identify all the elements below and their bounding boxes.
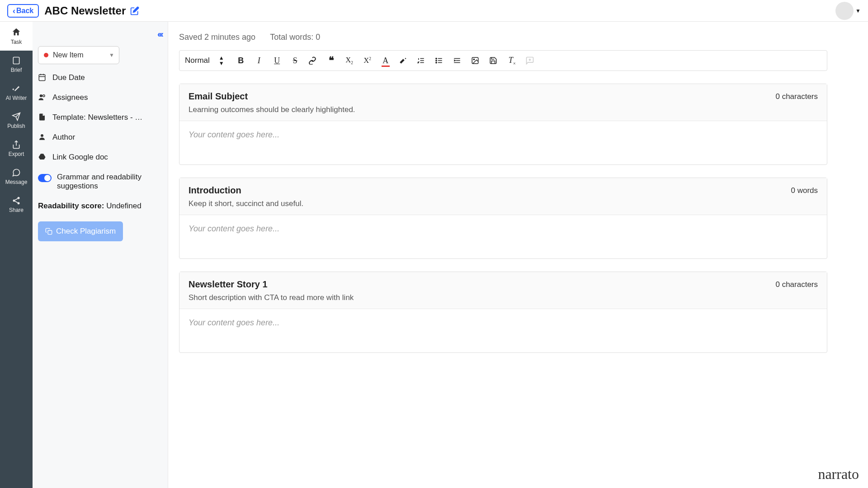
italic-button[interactable]: I: [254, 56, 264, 66]
nav-label: AI Writer: [6, 95, 27, 101]
link-gdoc-label: Link Google doc: [52, 153, 108, 162]
readability-score: Readability score: Undefined: [38, 202, 162, 211]
bold-button[interactable]: B: [236, 56, 246, 66]
subscript-button[interactable]: X2: [344, 56, 354, 65]
editor-meta: Saved 2 minutes ago Total words: 0: [179, 33, 827, 42]
check-plagiarism-button[interactable]: Check Plagiarism: [38, 221, 123, 241]
highlight-button[interactable]: [399, 56, 409, 65]
author-label: Author: [52, 133, 75, 142]
svg-point-10: [436, 60, 437, 61]
nav-ai-writer[interactable]: AI Writer: [0, 79, 33, 107]
svg-point-11: [436, 62, 437, 63]
user-icon: [38, 133, 47, 141]
svg-point-2: [13, 200, 15, 202]
nav-rail: Task Brief AI Writer Publish Export: [0, 22, 33, 488]
author-row[interactable]: Author: [38, 133, 162, 142]
brand-logo: narrato: [818, 466, 859, 483]
user-menu-caret-icon[interactable]: ▼: [855, 8, 861, 14]
strikethrough-button[interactable]: S: [290, 56, 300, 66]
plagiarism-label: Check Plagiarism: [56, 227, 116, 236]
editor-toolbar: Normal ▲▼ B I U S ❝ X2 X2 A: [179, 50, 827, 71]
block-content-input[interactable]: Your content goes here...: [179, 215, 827, 258]
nav-share[interactable]: Share: [0, 191, 33, 219]
underline-button[interactable]: U: [272, 56, 282, 66]
side-panel: ‹‹‹ New Item ▼ Due Date Assignees: [33, 22, 168, 488]
nav-export[interactable]: Export: [0, 135, 33, 163]
back-label: Back: [16, 7, 33, 15]
nav-task[interactable]: Task: [0, 22, 33, 51]
nav-label: Task: [11, 39, 22, 45]
nav-label: Share: [9, 207, 24, 213]
nav-message[interactable]: Message: [0, 163, 33, 191]
svg-rect-0: [13, 57, 19, 64]
block-content-input[interactable]: Your content goes here...: [179, 309, 827, 352]
format-select[interactable]: Normal ▲▼: [185, 55, 228, 66]
svg-point-13: [473, 59, 474, 60]
block-content-input[interactable]: Your content goes here...: [179, 121, 827, 164]
editor-block-email-subject: Email Subject 0 characters Learning outc…: [179, 84, 827, 165]
content-placeholder: Your content goes here...: [189, 318, 279, 327]
link-button[interactable]: [308, 56, 318, 65]
indent-button[interactable]: [453, 56, 463, 65]
ordered-list-button[interactable]: [417, 56, 427, 65]
svg-point-7: [41, 134, 43, 137]
copy-icon: [45, 228, 52, 235]
main-editor-area: Saved 2 minutes ago Total words: 0 Norma…: [168, 22, 868, 488]
status-select[interactable]: New Item ▼: [38, 46, 119, 64]
svg-point-9: [436, 58, 437, 59]
calendar-icon: [38, 73, 47, 81]
link-gdoc-row[interactable]: Link Google doc: [38, 153, 162, 162]
bullet-list-button[interactable]: [435, 56, 445, 65]
nav-publish[interactable]: Publish: [0, 107, 33, 135]
block-count: 0 words: [791, 186, 818, 195]
svg-point-6: [43, 95, 45, 97]
edit-title-icon[interactable]: [130, 6, 139, 15]
block-count: 0 characters: [775, 92, 818, 101]
status-dot-icon: [44, 53, 48, 57]
text-color-button[interactable]: A: [381, 56, 391, 66]
block-desc: Short description with CTA to read more …: [189, 293, 818, 302]
assignees-row[interactable]: Assignees: [38, 93, 162, 102]
share-icon: [12, 196, 21, 205]
blockquote-button[interactable]: ❝: [326, 55, 336, 66]
nav-label: Message: [5, 179, 28, 185]
superscript-button[interactable]: X2: [363, 56, 373, 65]
nav-brief[interactable]: Brief: [0, 51, 33, 79]
page-title: ABC Newsletter: [44, 5, 126, 17]
content-placeholder: Your content goes here...: [189, 130, 279, 139]
avatar[interactable]: [835, 2, 854, 20]
svg-rect-8: [48, 230, 52, 235]
grammar-toggle-row: Grammar and readability suggestions: [38, 173, 162, 191]
svg-point-5: [40, 94, 42, 97]
nav-label: Brief: [11, 67, 22, 73]
document-icon: [38, 113, 47, 121]
block-count: 0 characters: [775, 280, 818, 289]
save-button[interactable]: [489, 56, 499, 65]
add-comment-button[interactable]: [525, 56, 535, 65]
back-button[interactable]: ‹ Back: [7, 4, 39, 18]
clear-format-button[interactable]: T×: [507, 56, 517, 66]
content-placeholder: Your content goes here...: [189, 224, 279, 233]
top-bar: ‹ Back ABC Newsletter ▼: [0, 0, 868, 22]
editor-block-introduction: Introduction 0 words Keep it short, succ…: [179, 178, 827, 259]
template-row[interactable]: Template: Newsletters - New...: [38, 113, 162, 122]
due-date-row[interactable]: Due Date: [38, 73, 162, 82]
image-button[interactable]: [471, 56, 481, 65]
note-icon: [12, 56, 21, 65]
block-title: Email Subject: [189, 91, 248, 102]
chevron-left-icon: ‹: [13, 7, 15, 15]
caret-down-icon: ▼: [109, 52, 114, 58]
block-desc: Keep it short, succinct and useful.: [189, 199, 818, 208]
assignees-label: Assignees: [52, 93, 88, 102]
template-label: Template: Newsletters - New...: [52, 113, 147, 122]
magic-wand-icon: [12, 84, 21, 93]
format-label: Normal: [185, 56, 210, 65]
sort-caret-icon: ▲▼: [219, 55, 224, 66]
total-words: Total words: 0: [270, 33, 320, 42]
nav-label: Publish: [7, 123, 25, 129]
users-icon: [38, 93, 47, 101]
readability-label: Readability score:: [38, 202, 104, 210]
grammar-toggle[interactable]: [38, 174, 52, 182]
block-title: Newsletter Story 1: [189, 279, 268, 290]
collapse-panel-button[interactable]: ‹‹‹: [157, 29, 162, 39]
